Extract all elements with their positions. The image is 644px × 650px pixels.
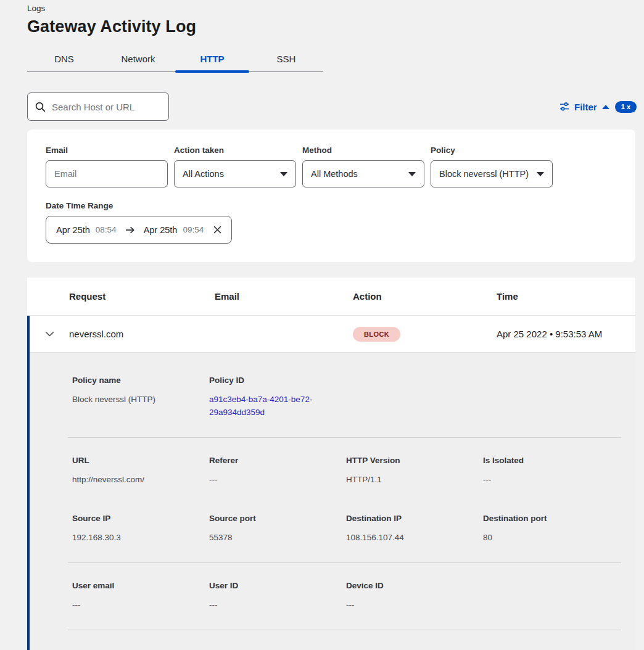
method-field: Method All Methods [302,146,424,187]
policy-detail-row: Policy name Block neverssl (HTTP) Policy… [72,376,621,419]
search-input[interactable] [52,102,161,112]
email-filter-field: Email [46,146,168,187]
method-value: All Methods [311,169,358,179]
row-request-value: neverssl.com [69,329,215,339]
start-time: 08:54 [96,225,117,234]
policy-select[interactable]: Block neverssl (HTTP) [431,160,553,187]
policy-id-field: Policy ID a91c3eb4-ba7a-4201-be72-29a934… [209,376,346,419]
tab-dns-label: DNS [54,54,74,64]
device-id-field: Device ID --- [346,581,483,611]
http-version-value: HTTP/1.1 [346,473,483,486]
user-id-value: --- [209,598,346,611]
filter-sliders-icon [559,102,569,112]
page-title: Gateway Activity Log [27,17,644,36]
user-id-field: User ID --- [209,581,346,611]
search-box [27,93,169,121]
tab-http[interactable]: HTTP [175,46,249,72]
policy-name-value: Block neverssl (HTTP) [72,393,209,406]
table-row[interactable]: neverssl.com BLOCK Apr 25 2022 • 9:53:53… [30,316,635,353]
action-taken-select[interactable]: All Actions [174,160,296,187]
destination-port-field: Destination port 80 [483,514,621,544]
caret-up-icon [602,105,609,109]
request-detail-row-2: Source IP 192.168.30.3 Source port 55378… [72,514,621,544]
user-email-field: User email --- [72,581,209,611]
row-expander[interactable] [30,331,69,337]
filter-panel: Email Action taken All Actions Method Al… [27,130,635,262]
row-action-cell: BLOCK [353,327,497,342]
expanded-row-group: neverssl.com BLOCK Apr 25 2022 • 9:53:53… [27,316,635,650]
policy-label: Policy [431,146,553,155]
clear-date-range-icon[interactable] [213,226,221,234]
policy-name-label: Policy name [72,376,209,385]
filter-field-row: Email Action taken All Actions Method Al… [46,146,617,187]
caret-down-icon [408,172,416,176]
tab-network[interactable]: Network [101,46,175,72]
tab-ssh[interactable]: SSH [249,46,323,72]
method-select[interactable]: All Methods [302,160,424,187]
tab-bar: DNS Network HTTP SSH [27,46,323,72]
http-version-field: HTTP Version HTTP/1.1 [346,456,483,486]
is-isolated-field: Is Isolated --- [483,456,621,486]
method-label: Method [302,146,424,155]
page-header: Logs Gateway Activity Log [0,0,644,36]
date-range-field[interactable]: Apr 25th 08:54 Apr 25th 09:54 [46,216,232,244]
block-action-badge: BLOCK [353,327,400,342]
filter-toggle-button[interactable]: Filter [559,102,609,112]
user-id-label: User ID [209,581,346,590]
destination-ip-field: Destination IP 108.156.107.44 [346,514,483,544]
referer-value: --- [209,473,346,486]
source-ip-label: Source IP [72,514,209,523]
source-port-label: Source port [209,514,346,523]
tab-dns[interactable]: DNS [27,46,101,72]
tab-ssh-label: SSH [277,54,296,64]
activity-log-table: Request Email Action Time neverssl.com B… [27,278,635,650]
column-header-action: Action [353,291,497,302]
arrow-right-icon [125,226,135,234]
device-id-value: --- [346,598,483,611]
section-divider [68,437,621,438]
column-header-time: Time [497,291,635,302]
url-label: URL [72,456,209,465]
section-divider [68,562,621,563]
caret-down-icon [280,172,287,176]
user-email-value: --- [72,598,209,611]
destination-ip-label: Destination IP [346,514,483,523]
device-id-label: Device ID [346,581,483,590]
policy-id-label: Policy ID [209,376,346,385]
tab-network-label: Network [121,54,155,64]
is-isolated-label: Is Isolated [483,456,621,465]
column-header-email: Email [215,291,353,302]
filter-count-badge[interactable]: 1 x [615,101,637,113]
end-time: 09:54 [183,225,204,234]
action-taken-label: Action taken [174,146,296,155]
source-port-field: Source port 55378 [209,514,346,544]
filter-label: Filter [574,102,597,112]
search-icon [35,102,46,112]
policy-name-field: Policy name Block neverssl (HTTP) [72,376,209,419]
chevron-down-icon [45,331,54,337]
policy-field: Policy Block neverssl (HTTP) [431,146,553,187]
column-header-request: Request [69,291,215,302]
url-value: http://neverssl.com/ [72,473,209,486]
tab-http-label: HTTP [200,54,224,64]
destination-ip-value: 108.156.107.44 [346,531,483,544]
source-ip-value: 192.168.30.3 [72,531,209,544]
search-filter-row: Filter 1 x [27,93,637,121]
caret-down-icon [537,172,544,176]
policy-id-link[interactable]: a91c3eb4-ba7a-4201-be72-29a934dd359d [209,393,330,419]
referer-label: Referer [209,456,346,465]
start-date: Apr 25th [56,225,90,235]
expanded-row-details: Policy name Block neverssl (HTTP) Policy… [30,353,635,650]
section-divider [68,630,621,630]
user-detail-row: User email --- User ID --- Device ID --- [72,581,621,611]
action-taken-value: All Actions [183,169,224,179]
email-filter-input[interactable] [46,160,168,187]
source-ip-field: Source IP 192.168.30.3 [72,514,209,544]
destination-port-label: Destination port [483,514,621,523]
policy-value: Block neverssl (HTTP) [439,169,529,179]
active-tab-underline [175,70,249,73]
http-version-label: HTTP Version [346,456,483,465]
user-email-label: User email [72,581,209,590]
email-filter-label: Email [46,146,168,155]
row-time-value: Apr 25 2022 • 9:53:53 AM [497,329,635,339]
